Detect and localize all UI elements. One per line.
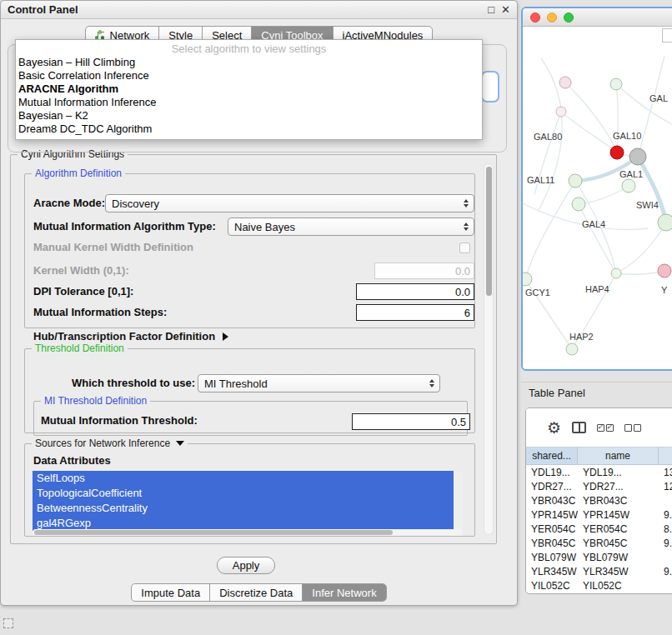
table-cell[interactable]: YPR145W	[526, 509, 578, 521]
network-edge[interactable]	[579, 204, 616, 273]
mi-threshold-input[interactable]	[352, 413, 470, 430]
network-edge[interactable]	[561, 112, 617, 152]
network-node[interactable]	[556, 107, 566, 117]
attribute-list-hscrollbar[interactable]	[33, 529, 463, 536]
dpi-tolerance-input[interactable]	[356, 283, 474, 300]
network-node[interactable]	[566, 343, 578, 355]
table-cell[interactable]: 12	[659, 481, 672, 492]
column-header-name[interactable]: name	[578, 448, 659, 464]
algorithm-combo-button[interactable]	[481, 71, 499, 102]
table-cell[interactable]: YBL079W	[526, 552, 578, 563]
network-node[interactable]	[658, 264, 671, 278]
table-cell[interactable]: YBR045C	[526, 538, 578, 549]
table-cell[interactable]: YER054C	[578, 523, 659, 535]
network-edge[interactable]	[579, 186, 629, 204]
table-row[interactable]: YIL052CYIL052C	[526, 578, 672, 592]
dock-panel-icon[interactable]	[3, 618, 13, 628]
table-cell[interactable]: YLR345W	[526, 566, 578, 578]
network-canvas[interactable]: GALGAL80GAL10GAL11GAL1SWI4GAL4GCY1HAP4HA…	[523, 27, 672, 369]
table-cell[interactable]: YPR145W	[578, 509, 659, 521]
settings-scrollbar-thumb[interactable]	[486, 167, 492, 296]
network-node[interactable]	[610, 146, 624, 159]
network-node[interactable]	[569, 174, 582, 188]
algorithm-option-aracne-algorithm[interactable]: ARACNE Algorithm	[16, 82, 482, 96]
network-node[interactable]	[629, 148, 646, 165]
network-node[interactable]	[572, 198, 585, 211]
algorithm-option-basic-correlation-inference[interactable]: Basic Correlation Inference	[16, 69, 482, 82]
attribute-item-betweennesscentrality[interactable]: BetweennessCentrality	[33, 501, 454, 516]
attribute-item-selfloops[interactable]: SelfLoops	[33, 471, 454, 486]
mi-algorithm-type-select[interactable]: Naive Bayes	[228, 218, 474, 236]
columns-icon[interactable]	[572, 422, 586, 433]
table-cell[interactable]: 9.	[659, 566, 672, 578]
network-node[interactable]	[523, 272, 532, 286]
hub-definition-expander[interactable]: Hub/Transcription Factor Definition	[33, 330, 228, 342]
table-row[interactable]: YLR345WYLR345W9.	[526, 564, 672, 578]
algorithm-option-mutual-information-inference[interactable]: Mutual Information Inference	[16, 96, 482, 109]
minimize-traffic-light-icon[interactable]	[547, 12, 557, 22]
algorithm-option-bayesian-hill-climbing[interactable]: Bayesian – Hill Climbing	[16, 56, 482, 69]
network-edge[interactable]	[565, 82, 617, 152]
table-cell[interactable]: YBR043C	[526, 495, 578, 507]
network-window-titlebar[interactable]	[523, 8, 672, 27]
sources-legend[interactable]: Sources for Network Inference	[32, 438, 188, 449]
table-cell[interactable]: 8.	[659, 523, 672, 535]
apply-button[interactable]: Apply	[217, 557, 275, 574]
settings-scrollbar[interactable]	[484, 163, 494, 535]
table-cell[interactable]: 9.	[659, 509, 672, 521]
network-node[interactable]	[611, 268, 621, 278]
table-cell[interactable]: YBR045C	[578, 538, 659, 549]
algorithm-option-dream8-dc-tdc-algorithm[interactable]: Dream8 DC_TDC Algorithm	[16, 122, 482, 136]
attribute-list[interactable]: SelfLoopsTopologicalCoefficientBetweenne…	[33, 471, 454, 531]
table-cell[interactable]: YIL052C	[526, 580, 578, 592]
network-edge[interactable]	[616, 84, 618, 152]
table-cell[interactable]: YDR27...	[526, 481, 578, 492]
table-cell[interactable]: YDL19...	[578, 467, 659, 478]
table-cell[interactable]: YIL052C	[578, 580, 659, 592]
network-node[interactable]	[622, 179, 635, 192]
network-edge[interactable]	[638, 56, 664, 157]
table-cell[interactable]: YER054C	[526, 523, 578, 535]
table-cell[interactable]: YDR27...	[578, 481, 659, 492]
table-cell[interactable]: YLR345W	[578, 566, 659, 578]
table-cell[interactable]: YDL19...	[526, 467, 578, 478]
close-window-icon[interactable]: ✕	[501, 4, 510, 16]
table-row[interactable]: YDL19...YDL19...13	[526, 465, 672, 479]
table-row[interactable]: YBL079WYBL079W	[526, 550, 672, 564]
table-row[interactable]: YBR045CYBR045C9.	[526, 536, 672, 550]
gear-icon[interactable]: ⚙	[547, 420, 561, 436]
network-edge[interactable]	[638, 157, 666, 222]
select-all-icon[interactable]	[597, 424, 614, 432]
table-cell[interactable]: YBL079W	[578, 552, 659, 563]
network-edge[interactable]	[616, 271, 664, 274]
hscrollbar-thumb[interactable]	[34, 530, 393, 535]
network-edge[interactable]	[525, 181, 575, 279]
network-graph[interactable]: GALGAL80GAL10GAL11GAL1SWI4GAL4GCY1HAP4HA…	[523, 27, 672, 369]
tab-discretize-data[interactable]: Discretize Data	[210, 584, 303, 601]
tab-impute-data[interactable]: Impute Data	[132, 584, 210, 601]
table-row[interactable]: YBR043CYBR043C	[526, 493, 672, 508]
float-window-icon[interactable]: □	[488, 4, 494, 16]
network-edge[interactable]	[616, 84, 672, 125]
mi-steps-input[interactable]	[356, 304, 474, 321]
network-node[interactable]	[610, 78, 622, 90]
column-header-extra[interactable]	[659, 448, 672, 464]
zoom-traffic-light-icon[interactable]	[564, 12, 574, 22]
table-cell[interactable]: 9.	[659, 538, 672, 549]
table-cell[interactable]: 13	[659, 467, 672, 478]
table-row[interactable]: YER054CYER054C8.	[526, 522, 672, 536]
table-cell[interactable]: YBR043C	[578, 495, 659, 507]
network-node[interactable]	[658, 214, 672, 231]
column-header-shared-name[interactable]: shared...	[526, 448, 578, 464]
table-row[interactable]: YDR27...YDR27...12	[526, 479, 672, 493]
attribute-list-vscrollbar[interactable]	[455, 471, 463, 531]
network-node[interactable]	[559, 77, 571, 88]
deselect-all-icon[interactable]	[624, 424, 641, 432]
table-row[interactable]: YPR145WYPR145W9.	[526, 508, 672, 522]
close-traffic-light-icon[interactable]	[530, 12, 540, 22]
which-threshold-select[interactable]: MI Threshold	[198, 374, 440, 392]
tab-infer-network[interactable]: Infer Network	[303, 584, 385, 601]
algorithm-option-bayesian-k2[interactable]: Bayesian – K2	[16, 109, 482, 122]
network-scrollbar-button[interactable]	[662, 28, 672, 42]
attribute-item-topologicalcoefficient[interactable]: TopologicalCoefficient	[33, 486, 454, 501]
